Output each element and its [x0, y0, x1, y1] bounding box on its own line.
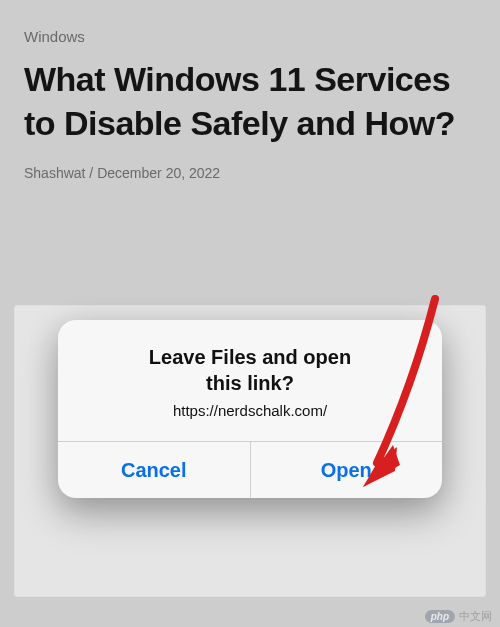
article-meta: Shashwat / December 20, 2022 [24, 165, 476, 181]
watermark: php 中文网 [425, 609, 492, 624]
article-date: December 20, 2022 [97, 165, 220, 181]
watermark-text: 中文网 [459, 609, 492, 624]
dialog-body: Leave Files and open this link? https://… [58, 320, 442, 441]
dialog-url: https://nerdschalk.com/ [78, 402, 422, 419]
dialog-buttons: Cancel Open [58, 441, 442, 498]
article-author: Shashwat [24, 165, 85, 181]
watermark-badge: php [425, 610, 455, 623]
article-title: What Windows 11 Services to Disable Safe… [24, 57, 476, 145]
dialog-title: Leave Files and open this link? [78, 344, 422, 396]
open-button[interactable]: Open [250, 442, 443, 498]
cancel-button[interactable]: Cancel [58, 442, 250, 498]
article-category: Windows [24, 28, 476, 45]
confirm-dialog: Leave Files and open this link? https://… [58, 320, 442, 498]
